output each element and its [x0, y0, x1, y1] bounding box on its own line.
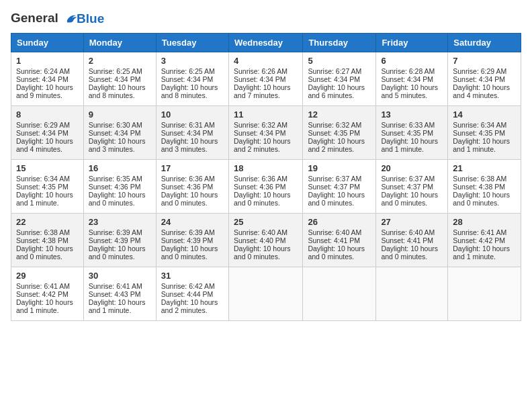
cell-dec-20: 20Sunrise: 6:37 AMSunset: 4:37 PMDayligh…	[376, 159, 448, 213]
page-header: General Blue	[11, 11, 521, 26]
col-header-tuesday: Tuesday	[156, 33, 228, 52]
cell-dec-5: 5Sunrise: 6:27 AMSunset: 4:34 PMDaylight…	[303, 52, 376, 105]
cell-dec-25: 25Sunrise: 6:40 AMSunset: 4:40 PMDayligh…	[228, 213, 302, 267]
calendar-table: SundayMondayTuesdayWednesdayThursdayFrid…	[11, 33, 521, 321]
col-header-sunday: Sunday	[11, 33, 84, 52]
cell-dec-8: 8Sunrise: 6:29 AMSunset: 4:34 PMDaylight…	[11, 105, 84, 159]
logo: General Blue	[11, 11, 104, 26]
cell-dec-31: 31Sunrise: 6:42 AMSunset: 4:44 PMDayligh…	[156, 267, 228, 320]
cell-empty	[228, 267, 302, 320]
cell-dec-6: 6Sunrise: 6:28 AMSunset: 4:34 PMDaylight…	[376, 52, 448, 105]
cell-empty	[448, 267, 521, 320]
cell-dec-10: 10Sunrise: 6:31 AMSunset: 4:34 PMDayligh…	[156, 105, 228, 159]
cell-dec-16: 16Sunrise: 6:35 AMSunset: 4:36 PMDayligh…	[83, 159, 156, 213]
col-header-thursday: Thursday	[303, 33, 376, 52]
cell-dec-4: 4Sunrise: 6:26 AMSunset: 4:34 PMDaylight…	[228, 52, 302, 105]
cell-dec-2: 2Sunrise: 6:25 AMSunset: 4:34 PMDaylight…	[83, 52, 156, 105]
cell-empty	[303, 267, 376, 320]
cell-dec-14: 14Sunrise: 6:34 AMSunset: 4:35 PMDayligh…	[448, 105, 521, 159]
cell-dec-29: 29Sunrise: 6:41 AMSunset: 4:42 PMDayligh…	[11, 267, 84, 320]
cell-dec-21: 21Sunrise: 6:38 AMSunset: 4:38 PMDayligh…	[448, 159, 521, 213]
cell-dec-13: 13Sunrise: 6:33 AMSunset: 4:35 PMDayligh…	[376, 105, 448, 159]
cell-dec-9: 9Sunrise: 6:30 AMSunset: 4:34 PMDaylight…	[83, 105, 156, 159]
cell-dec-28: 28Sunrise: 6:41 AMSunset: 4:42 PMDayligh…	[448, 213, 521, 267]
cell-dec-26: 26Sunrise: 6:40 AMSunset: 4:41 PMDayligh…	[303, 213, 376, 267]
cell-dec-3: 3Sunrise: 6:25 AMSunset: 4:34 PMDaylight…	[156, 52, 228, 105]
cell-dec-18: 18Sunrise: 6:36 AMSunset: 4:36 PMDayligh…	[228, 159, 302, 213]
cell-dec-24: 24Sunrise: 6:39 AMSunset: 4:39 PMDayligh…	[156, 213, 228, 267]
cell-dec-7: 7Sunrise: 6:29 AMSunset: 4:34 PMDaylight…	[448, 52, 521, 105]
cell-dec-12: 12Sunrise: 6:32 AMSunset: 4:35 PMDayligh…	[303, 105, 376, 159]
cell-dec-27: 27Sunrise: 6:40 AMSunset: 4:41 PMDayligh…	[376, 213, 448, 267]
cell-dec-22: 22Sunrise: 6:38 AMSunset: 4:38 PMDayligh…	[11, 213, 84, 267]
col-header-wednesday: Wednesday	[228, 33, 302, 52]
cell-dec-19: 19Sunrise: 6:37 AMSunset: 4:37 PMDayligh…	[303, 159, 376, 213]
cell-dec-30: 30Sunrise: 6:41 AMSunset: 4:43 PMDayligh…	[83, 267, 156, 320]
col-header-monday: Monday	[83, 33, 156, 52]
logo-text-blue: Blue	[77, 11, 104, 26]
cell-dec-11: 11Sunrise: 6:32 AMSunset: 4:34 PMDayligh…	[228, 105, 302, 159]
cell-dec-1: 1Sunrise: 6:24 AMSunset: 4:34 PMDaylight…	[11, 52, 84, 105]
logo-text-general: General	[11, 11, 58, 25]
cell-dec-23: 23Sunrise: 6:39 AMSunset: 4:39 PMDayligh…	[83, 213, 156, 267]
cell-dec-15: 15Sunrise: 6:34 AMSunset: 4:35 PMDayligh…	[11, 159, 84, 213]
col-header-friday: Friday	[376, 33, 448, 52]
col-header-saturday: Saturday	[448, 33, 521, 52]
cell-empty	[376, 267, 448, 320]
logo-bird-icon	[63, 11, 78, 26]
cell-dec-17: 17Sunrise: 6:36 AMSunset: 4:36 PMDayligh…	[156, 159, 228, 213]
